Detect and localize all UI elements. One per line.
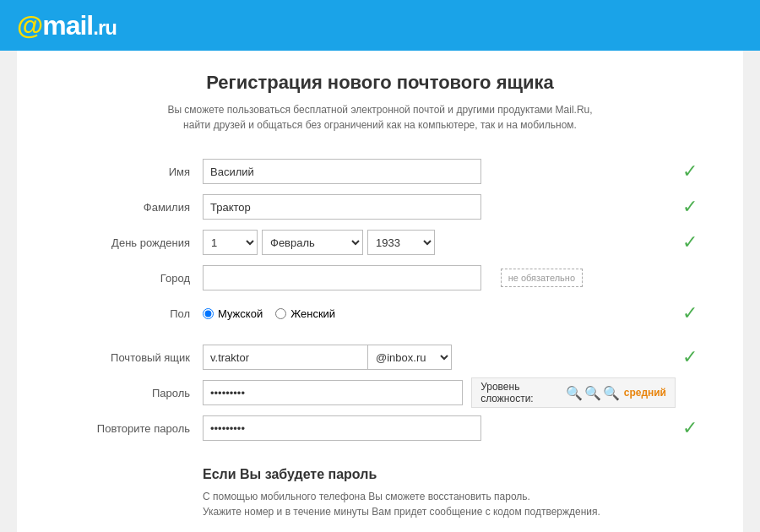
gender-female-radio[interactable] xyxy=(275,308,286,319)
confirm-checkmark: ✓ xyxy=(682,417,698,438)
gender-male-radio[interactable] xyxy=(203,308,214,319)
gender-group: Мужской Женский xyxy=(203,307,676,320)
registration-form: Имя ✓ Фамилия ✓ День рождения xyxy=(51,154,709,532)
forgot-section-row: Если Вы забудете пароль С помощью мобиль… xyxy=(51,459,709,532)
birthday-group: 1 2 Январь Февраль Март 1933 1934 xyxy=(203,230,676,255)
strength-indicator: Уровень сложности: 🔍 🔍 🔍 средний xyxy=(471,377,676,408)
password-input[interactable] xyxy=(203,380,463,405)
name-field xyxy=(203,154,676,189)
page-subtitle: Вы сможете пользоваться бесплатной элект… xyxy=(51,102,709,133)
name-label: Имя xyxy=(51,154,203,189)
surname-checkmark: ✓ xyxy=(682,196,698,217)
strength-icon-2: 🔍 xyxy=(584,385,601,401)
page-title: Регистрация нового почтового ящика xyxy=(51,72,709,94)
birthday-year-select[interactable]: 1933 1934 xyxy=(367,230,435,255)
gender-female-label: Женский xyxy=(290,307,335,320)
name-input[interactable] xyxy=(203,159,481,184)
birthday-day-select[interactable]: 1 2 xyxy=(203,230,258,255)
strength-icon-1: 🔍 xyxy=(566,385,583,401)
gender-female-option[interactable]: Женский xyxy=(275,307,335,320)
logo: @mail.ru xyxy=(17,10,117,41)
main-content: Регистрация нового почтового ящика Вы см… xyxy=(17,51,743,532)
email-row: Почтовый ящик @inbox.ru @mail.ru @bk.ru … xyxy=(51,339,709,375)
birthday-month-select[interactable]: Январь Февраль Март xyxy=(262,230,363,255)
logo-mail: mail xyxy=(42,10,93,41)
name-check: ✓ xyxy=(676,154,709,189)
city-label: Город xyxy=(51,260,203,296)
forgot-section: Если Вы забудете пароль С помощью мобиль… xyxy=(203,467,709,532)
birthday-label: День рождения xyxy=(51,225,203,260)
birthday-checkmark: ✓ xyxy=(682,231,698,252)
forgot-text: С помощью мобильного телефона Вы сможете… xyxy=(203,489,709,519)
gender-male-option[interactable]: Мужской xyxy=(203,307,263,320)
strength-value: средний xyxy=(624,387,666,399)
city-row: Город не обязательно xyxy=(51,260,709,296)
strength-label-text: Уровень сложности: xyxy=(480,381,562,404)
gender-row: Пол Мужской Женский ✓ xyxy=(51,296,709,331)
name-row: Имя ✓ xyxy=(51,154,709,189)
city-wrapper: не обязательно xyxy=(203,265,481,290)
city-input[interactable] xyxy=(203,265,481,290)
strength-icon-3: 🔍 xyxy=(603,385,620,401)
surname-row: Фамилия ✓ xyxy=(51,189,709,225)
logo-dotru: .ru xyxy=(93,16,117,39)
password-row: Пароль Уровень сложности: 🔍 🔍 🔍 средний xyxy=(51,375,709,410)
header: @mail.ru xyxy=(0,0,760,51)
password-label: Пароль xyxy=(51,375,203,410)
confirm-input[interactable] xyxy=(203,415,481,441)
logo-at: @ xyxy=(17,10,42,41)
forgot-title: Если Вы забудете пароль xyxy=(203,467,709,482)
confirm-label: Повторите пароль xyxy=(51,410,203,446)
surname-label: Фамилия xyxy=(51,189,203,225)
gender-checkmark: ✓ xyxy=(682,302,698,323)
surname-input[interactable] xyxy=(203,194,481,220)
spacer2-row xyxy=(51,446,709,459)
city-hint: не обязательно xyxy=(501,269,583,287)
spacer-row xyxy=(51,331,709,339)
email-group: @inbox.ru @mail.ru @bk.ru xyxy=(203,345,676,370)
birthday-row: День рождения 1 2 Январь Февраль Март 19… xyxy=(51,225,709,260)
strength-icons: 🔍 🔍 🔍 xyxy=(566,385,620,401)
name-checkmark: ✓ xyxy=(682,160,698,182)
gender-male-label: Мужской xyxy=(218,307,263,320)
confirm-row: Повторите пароль ✓ xyxy=(51,410,709,446)
password-group: Уровень сложности: 🔍 🔍 🔍 средний xyxy=(203,377,676,408)
surname-field xyxy=(203,189,676,225)
email-label: Почтовый ящик xyxy=(51,339,203,375)
email-input[interactable] xyxy=(203,345,367,370)
email-checkmark: ✓ xyxy=(682,346,698,367)
gender-label: Пол xyxy=(51,296,203,331)
domain-select[interactable]: @inbox.ru @mail.ru @bk.ru xyxy=(367,345,452,370)
